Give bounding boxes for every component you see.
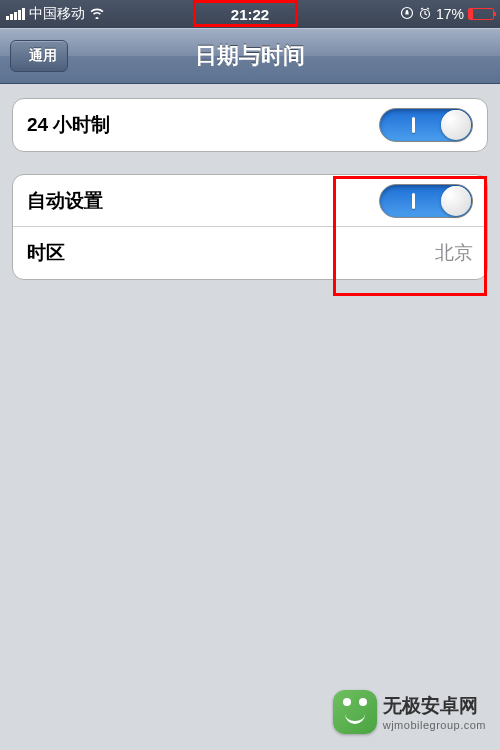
row-timezone[interactable]: 时区 北京: [13, 227, 487, 279]
battery-percent: 17%: [436, 6, 464, 22]
watermark-title: 无极安卓网: [383, 693, 486, 719]
signal-icon: [6, 8, 25, 20]
status-bar: 中国移动 21:22 17%: [0, 0, 500, 28]
status-right: 17%: [400, 6, 494, 23]
settings-group-1: 24 小时制: [12, 98, 488, 152]
row-label: 24 小时制: [27, 112, 110, 138]
orientation-lock-icon: [400, 6, 414, 23]
settings-group-2: 自动设置 时区 北京: [12, 174, 488, 280]
carrier-label: 中国移动: [29, 5, 85, 23]
status-left: 中国移动: [6, 5, 105, 23]
watermark: 无极安卓网 wjmobilegroup.com: [333, 690, 486, 734]
row-label: 自动设置: [27, 188, 103, 214]
battery-icon: [468, 8, 494, 20]
wifi-icon: [89, 6, 105, 22]
alarm-icon: [418, 6, 432, 23]
back-button-label: 通用: [29, 47, 57, 65]
nav-bar: 通用 日期与时间: [0, 28, 500, 84]
page-title: 日期与时间: [195, 41, 305, 71]
watermark-url: wjmobilegroup.com: [383, 719, 486, 731]
row-label: 时区: [27, 240, 65, 266]
toggle-24hour[interactable]: [379, 108, 473, 142]
row-value: 北京: [435, 240, 473, 266]
back-button[interactable]: 通用: [10, 40, 68, 72]
row-24hour: 24 小时制: [13, 99, 487, 151]
status-time: 21:22: [231, 6, 269, 23]
content-area: 24 小时制 自动设置 时区 北京: [0, 84, 500, 316]
watermark-logo-icon: [333, 690, 377, 734]
watermark-text: 无极安卓网 wjmobilegroup.com: [383, 693, 486, 731]
row-auto-set: 自动设置: [13, 175, 487, 227]
toggle-auto-set[interactable]: [379, 184, 473, 218]
